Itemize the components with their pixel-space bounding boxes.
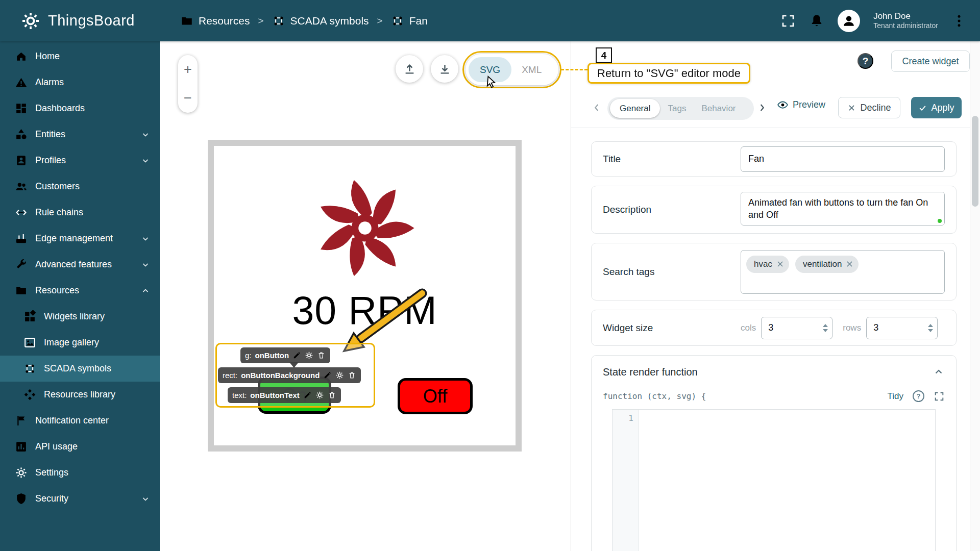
function-help-icon[interactable]: ? — [913, 390, 924, 402]
delete-trash-icon[interactable] — [328, 391, 336, 399]
scrollbar-thumb[interactable] — [972, 116, 978, 207]
chevron-right-icon — [756, 102, 768, 113]
edge-router-icon — [15, 232, 28, 245]
sidebar-item-alarms[interactable]: Alarms — [0, 69, 160, 95]
title-input[interactable] — [741, 146, 945, 172]
decline-button[interactable]: Decline — [838, 97, 900, 118]
step-down-icon[interactable] — [928, 329, 933, 335]
sidebar-item-widgets-library[interactable]: Widgets library — [0, 304, 160, 330]
sidebar-item-scada-symbols[interactable]: SCADA symbols — [0, 356, 160, 382]
edit-pencil-icon[interactable] — [323, 371, 332, 380]
remove-tag-icon[interactable] — [776, 260, 785, 268]
tabs-scroll-right-button[interactable] — [756, 101, 768, 115]
sidebar: Home Alarms Dashboards Entities Profiles… — [0, 41, 160, 551]
header: ThingsBoard Resources > SCADA symbols > … — [0, 0, 980, 41]
fan-off-button[interactable]: Off — [398, 378, 473, 414]
sidebar-item-dashboards[interactable]: Dashboards — [0, 95, 160, 121]
help-icon[interactable]: ? — [857, 53, 873, 69]
preview-button[interactable]: Preview — [777, 99, 825, 111]
panel-scrollbar[interactable] — [970, 41, 980, 551]
remove-tag-icon[interactable] — [845, 260, 854, 268]
expand-fullscreen-icon[interactable] — [934, 391, 945, 402]
rows-input[interactable] — [867, 322, 924, 333]
tag-row-onButtonBackground[interactable]: rect: onButtonBackground — [218, 367, 361, 383]
alarm-warning-icon — [15, 76, 28, 89]
create-widget-button[interactable]: Create widget — [891, 51, 970, 72]
collapse-chevron-up-icon[interactable] — [933, 366, 945, 378]
sidebar-item-edge-management[interactable]: Edge management — [0, 226, 160, 252]
notifications-bell-icon[interactable] — [809, 13, 824, 29]
upload-button[interactable] — [396, 55, 423, 83]
zoom-in-button[interactable]: + — [178, 55, 198, 84]
preview-label: Preview — [793, 99, 825, 110]
search-tags-input[interactable]: hvac ventilation — [741, 250, 945, 294]
zoom-out-button[interactable]: − — [178, 84, 198, 113]
step-up-icon[interactable] — [823, 321, 828, 327]
sidebar-item-advanced-features[interactable]: Advanced features — [0, 252, 160, 278]
sidebar-item-image-gallery[interactable]: Image gallery — [0, 330, 160, 356]
tab-tags[interactable]: Tags — [660, 99, 694, 118]
tag-chip-ventilation[interactable]: ventilation — [795, 256, 859, 273]
delete-trash-icon[interactable] — [317, 351, 326, 360]
breadcrumb: Resources > SCADA symbols > Fan — [180, 14, 428, 28]
sidebar-item-customers[interactable]: Customers — [0, 173, 160, 199]
sidebar-item-notification-center[interactable]: Notification center — [0, 408, 160, 434]
breadcrumb-fan[interactable]: Fan — [391, 14, 428, 28]
breadcrumb-scada-symbols[interactable]: SCADA symbols — [272, 14, 369, 28]
avatar[interactable] — [838, 10, 860, 32]
fullscreen-icon[interactable] — [780, 13, 796, 29]
sidebar-item-home[interactable]: Home — [0, 43, 160, 69]
cols-input[interactable] — [762, 322, 819, 333]
sidebar-item-entities[interactable]: Entities — [0, 121, 160, 147]
person-icon — [841, 13, 856, 29]
tabs-scroll-left-button[interactable] — [591, 101, 603, 115]
sidebar-item-resources-library[interactable]: Resources library — [0, 382, 160, 408]
description-textarea[interactable]: Animated fan with buttons to turn the fa… — [741, 192, 945, 226]
edit-pencil-icon[interactable] — [303, 391, 312, 399]
delete-trash-icon[interactable] — [348, 371, 356, 380]
title-field-row: Title — [591, 141, 957, 177]
step-up-icon[interactable] — [928, 321, 933, 327]
customers-icon — [15, 180, 28, 193]
sidebar-item-settings[interactable]: Settings — [0, 460, 160, 486]
sidebar-item-rule-chains[interactable]: Rule chains — [0, 199, 160, 226]
sidebar-item-api-usage[interactable]: API usage — [0, 434, 160, 460]
code-input-area[interactable] — [639, 410, 935, 551]
settings-gear-icon[interactable] — [305, 351, 313, 360]
edit-pencil-icon[interactable] — [292, 351, 301, 360]
fan-blades-graphic[interactable] — [312, 176, 418, 281]
tag-chip-hvac[interactable]: hvac — [746, 256, 789, 273]
nav-label: Security — [35, 493, 68, 504]
apply-button[interactable]: Apply — [911, 97, 962, 118]
step-down-icon[interactable] — [823, 329, 828, 335]
settings-gear-icon[interactable] — [335, 371, 344, 380]
breadcrumb-resources[interactable]: Resources — [180, 14, 250, 28]
more-menu-icon[interactable] — [951, 13, 967, 29]
cols-stepper-arrows[interactable] — [819, 321, 832, 335]
code-editor[interactable]: 1 — [612, 409, 936, 551]
sidebar-item-resources[interactable]: Resources — [0, 278, 160, 304]
chevron-down-icon — [140, 494, 151, 504]
sidebar-item-security[interactable]: Security — [0, 486, 160, 512]
tab-general[interactable]: General — [610, 99, 660, 118]
tab-behavior[interactable]: Behavior — [694, 99, 743, 118]
widget-size-field-row: Widget size cols rows — [591, 310, 957, 346]
xml-mode-button[interactable]: XML — [512, 57, 551, 82]
nav-label: Resources — [35, 285, 79, 296]
user-info[interactable]: John Doe Tenant administrator — [873, 11, 938, 30]
tag-row-onButtonText[interactable]: text: onButtonText — [228, 387, 341, 403]
properties-panel: ? Create widget General Tags Behavior Pr… — [571, 41, 980, 551]
rpm-text[interactable]: 30 RPM — [214, 291, 516, 330]
nav-label: Settings — [35, 467, 68, 478]
rows-stepper-arrows[interactable] — [924, 321, 937, 335]
settings-gear-icon[interactable] — [315, 391, 324, 399]
nav-label: Home — [35, 51, 60, 62]
download-button[interactable] — [431, 55, 458, 83]
tag-row-onButton[interactable]: g: onButton — [240, 347, 330, 363]
app-logo[interactable]: ThingsBoard — [0, 11, 160, 31]
flag-icon — [15, 414, 28, 427]
tidy-button[interactable]: Tidy — [888, 391, 904, 402]
sidebar-item-profiles[interactable]: Profiles — [0, 147, 160, 173]
chevron-down-icon — [140, 260, 151, 270]
nav-label: Rule chains — [35, 207, 83, 218]
